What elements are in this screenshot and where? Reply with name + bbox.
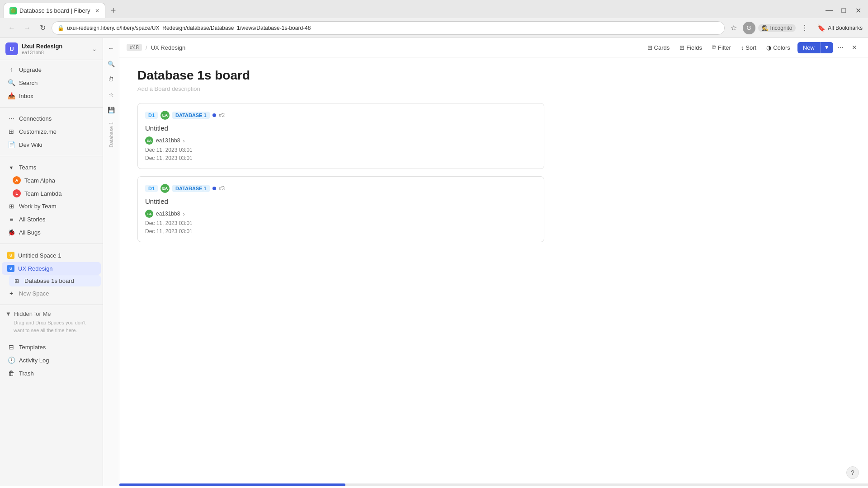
- card-date1-0: Dec 11, 2023 03:01: [145, 147, 537, 153]
- ux-redesign-icon: U: [7, 265, 14, 272]
- sort-button[interactable]: ↕ Sort: [736, 42, 761, 53]
- card-user-name-1: ea131bb8: [156, 211, 180, 217]
- sidebar-item-customize[interactable]: ⊞ Customize.me: [2, 125, 101, 138]
- table-row[interactable]: D1 EA DATABASE 1 #3 Untitled EA ea131bb8…: [137, 176, 544, 242]
- sidebar-item-dev-wiki[interactable]: 📄 Dev Wiki: [2, 138, 101, 151]
- sidebar-item-teams[interactable]: ▼ Teams: [2, 161, 101, 174]
- all-bookmarks-label[interactable]: All Bookmarks: [828, 25, 863, 31]
- breadcrumb-separator: /: [146, 44, 147, 51]
- new-tab-button[interactable]: +: [107, 4, 120, 17]
- sidebar-item-upgrade[interactable]: ↑ Upgrade: [2, 63, 101, 76]
- page-title: Database 1s board: [137, 68, 850, 83]
- card-arrow-0[interactable]: ›: [183, 137, 184, 144]
- fields-button[interactable]: ⊞ Fields: [675, 42, 707, 53]
- back-button[interactable]: ←: [5, 22, 18, 34]
- activity-log-icon: 🕐: [7, 357, 15, 364]
- new-button-dropdown[interactable]: ▼: [820, 42, 833, 53]
- card-title-1: Untitled: [145, 197, 537, 205]
- active-tab[interactable]: 🟢 Database 1s board | Fibery ✕: [4, 3, 105, 18]
- card-arrow-1[interactable]: ›: [183, 211, 184, 217]
- sidebar-item-team-lambda[interactable]: L Team Lambda: [9, 187, 101, 200]
- sidebar-item-activity-log[interactable]: 🕐 Activity Log: [2, 354, 101, 366]
- all-bugs-icon: 🐞: [7, 229, 15, 236]
- filter-icon: ⧉: [712, 44, 716, 51]
- card-date2-0: Dec 11, 2023 03:01: [145, 155, 537, 161]
- sidebar-item-new-space[interactable]: + New Space: [2, 287, 101, 300]
- horizontal-scrollbar[interactable]: [119, 483, 868, 486]
- sidebar-item-untitled-space[interactable]: U Untitled Space 1: [2, 249, 101, 262]
- dev-wiki-icon: 📄: [7, 141, 15, 148]
- browser-chrome: 🟢 Database 1s board | Fibery ✕ + — □ ✕ ←…: [0, 0, 868, 38]
- sidebar-item-team-alpha[interactable]: A Team Alpha: [9, 174, 101, 187]
- close-panel-button[interactable]: ✕: [848, 42, 861, 53]
- new-button-group: New ▼: [797, 42, 833, 53]
- trash-icon: 🗑: [7, 370, 15, 377]
- new-button-main[interactable]: New: [797, 42, 820, 53]
- templates-icon: ⊟: [7, 343, 15, 351]
- sort-icon: ↕: [741, 44, 744, 51]
- lock-icon: 🔒: [57, 25, 64, 31]
- card-user-badge-0: EA: [160, 111, 170, 120]
- sidebar-item-all-bugs[interactable]: 🐞 All Bugs: [2, 226, 101, 239]
- view-search-button[interactable]: 🔍: [105, 58, 117, 70]
- sidebar-header[interactable]: U Uxui Redesign ea131bb8 ⌄: [0, 38, 103, 60]
- forward-button[interactable]: →: [21, 22, 33, 34]
- team-lambda-avatar: L: [13, 189, 21, 197]
- filter-button[interactable]: ⧉ Filter: [708, 42, 736, 53]
- card-dot-0: [212, 113, 216, 117]
- bookmarks-area: 🔖 All Bookmarks: [817, 24, 863, 32]
- breadcrumb-label[interactable]: UX Redesign: [151, 44, 186, 51]
- search-icon: 🔍: [7, 79, 15, 86]
- bookmark-star-icon[interactable]: ☆: [727, 22, 740, 34]
- card-user-name-0: ea131bb8: [156, 137, 180, 144]
- sidebar-item-inbox[interactable]: 📥 Inbox: [2, 89, 101, 102]
- window-minimize-button[interactable]: —: [823, 4, 835, 17]
- sidebar-item-connections[interactable]: ⋯ Connections: [2, 113, 101, 125]
- workspace-name: Uxui Redesign: [22, 43, 62, 50]
- cards-list: D1 EA DATABASE 1 #2 Untitled EA ea131bb8…: [137, 103, 850, 242]
- window-close-button[interactable]: ✕: [852, 4, 864, 17]
- sidebar-item-ux-redesign[interactable]: U UX Redesign: [2, 262, 101, 275]
- card-num-1: #3: [219, 185, 225, 192]
- card-db-badge-0: DATABASE 1: [172, 112, 210, 119]
- back-nav-button[interactable]: ←: [105, 42, 117, 54]
- chevron-down-icon-hidden: ▼: [5, 310, 11, 317]
- table-row[interactable]: D1 EA DATABASE 1 #2 Untitled EA ea131bb8…: [137, 103, 544, 169]
- extensions-button[interactable]: ⋮: [798, 22, 811, 34]
- hash-badge: #48: [127, 44, 142, 51]
- sidebar-item-work-by-team[interactable]: ⊞ Work by Team: [2, 200, 101, 212]
- sidebar-item-trash[interactable]: 🗑 Trash: [2, 367, 101, 380]
- card-user-avatar-1: EA: [145, 210, 153, 218]
- sidebar-item-database-board[interactable]: ⊞ Database 1s board: [9, 275, 101, 286]
- card-num-0: #2: [219, 112, 225, 118]
- page-content: Database 1s board Add a Board descriptio…: [119, 57, 868, 483]
- cards-icon: ⊟: [647, 44, 652, 51]
- reload-button[interactable]: ↻: [36, 22, 49, 34]
- sidebar-item-all-stories[interactable]: ≡ All Stories: [2, 213, 101, 225]
- cards-button[interactable]: ⊟ Cards: [643, 42, 675, 53]
- card-id-badge-1: D1: [145, 185, 158, 192]
- scrollbar-thumb[interactable]: [119, 483, 345, 486]
- colors-button[interactable]: ◑ Colors: [762, 42, 795, 53]
- hidden-section: ▼ Hidden for Me Drag and Drop Spaces you…: [0, 307, 103, 338]
- tab-close-icon[interactable]: ✕: [95, 8, 99, 14]
- card-date2-1: Dec 11, 2023 03:01: [145, 228, 537, 235]
- card-user-avatar-0: EA: [145, 136, 153, 145]
- workspace-avatar: U: [5, 42, 18, 55]
- profile-icon[interactable]: G: [743, 22, 755, 34]
- toolbar: #48 / UX Redesign ⊟ Cards ⊞ Fields ⧉: [119, 38, 868, 57]
- hidden-title[interactable]: ▼ Hidden for Me: [5, 310, 97, 317]
- help-button[interactable]: ?: [846, 466, 859, 479]
- address-text: uxui-redesign.fibery.io/fibery/space/UX_…: [67, 25, 311, 31]
- window-maximize-button[interactable]: □: [837, 4, 850, 17]
- view-star-button[interactable]: ☆: [105, 89, 117, 100]
- database-board-icon: ⊞: [13, 278, 21, 284]
- team-alpha-avatar: A: [13, 176, 21, 184]
- vertical-page-label: Database 1: [108, 122, 114, 147]
- sidebar-item-search[interactable]: 🔍 Search: [2, 76, 101, 89]
- view-history-button[interactable]: ⏱: [105, 73, 117, 85]
- sidebar-item-templates[interactable]: ⊟ Templates: [2, 341, 101, 353]
- address-bar[interactable]: 🔒 uxui-redesign.fibery.io/fibery/space/U…: [52, 21, 725, 35]
- more-options-button[interactable]: ···: [834, 42, 847, 53]
- page-description[interactable]: Add a Board description: [137, 85, 850, 92]
